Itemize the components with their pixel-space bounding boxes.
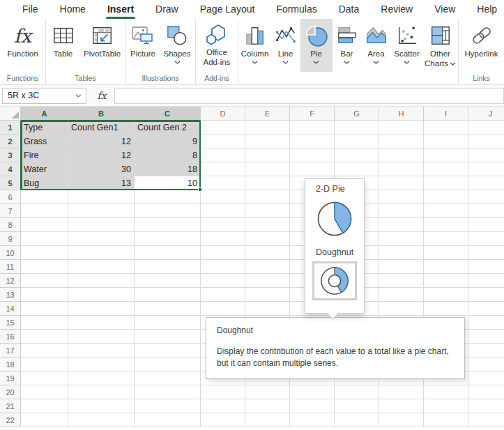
grid-cell-J3[interactable] bbox=[468, 148, 504, 162]
grid-cell-D8[interactable] bbox=[201, 218, 245, 232]
row-header-19[interactable]: 19 bbox=[0, 371, 21, 385]
grid-cell-C9[interactable] bbox=[135, 232, 201, 246]
grid-cell-B7[interactable] bbox=[68, 204, 135, 218]
row-header-11[interactable]: 11 bbox=[0, 260, 21, 274]
grid-cell-A13[interactable] bbox=[21, 288, 68, 302]
grid-cell-I21[interactable] bbox=[424, 399, 468, 413]
grid-cell-H11[interactable] bbox=[379, 260, 424, 274]
grid-cell-B9[interactable] bbox=[68, 232, 135, 246]
tab-file[interactable]: File bbox=[21, 1, 40, 19]
grid-cell-A12[interactable] bbox=[21, 274, 68, 288]
grid-cell-C7[interactable] bbox=[135, 204, 201, 218]
tab-draw[interactable]: Draw bbox=[154, 1, 180, 19]
grid-cell-H3[interactable] bbox=[379, 148, 424, 162]
grid-cell-H4[interactable] bbox=[379, 162, 424, 176]
grid-cell-D2[interactable] bbox=[201, 135, 245, 148]
grid-cell-I6[interactable] bbox=[424, 190, 468, 204]
grid-cell-B21[interactable] bbox=[68, 399, 135, 413]
grid-cell-A3[interactable]: Fire bbox=[21, 148, 68, 162]
tab-home[interactable]: Home bbox=[59, 1, 87, 19]
grid-cell-H8[interactable] bbox=[379, 218, 424, 232]
grid-cell-E12[interactable] bbox=[245, 274, 290, 288]
grid-cell-A5[interactable]: Bug bbox=[21, 176, 68, 190]
grid-cell-C8[interactable] bbox=[135, 218, 201, 232]
grid-cell-A20[interactable] bbox=[21, 385, 68, 399]
grid-cell-B22[interactable] bbox=[68, 413, 135, 427]
row-header-6[interactable]: 6 bbox=[0, 190, 21, 204]
scatter-chart-button[interactable]: Scatter bbox=[391, 19, 423, 72]
grid-cell-A8[interactable] bbox=[21, 218, 68, 232]
column-header-G[interactable]: G bbox=[335, 107, 379, 121]
grid-cell-J12[interactable] bbox=[468, 274, 504, 288]
grid-cell-E5[interactable] bbox=[245, 176, 290, 190]
grid-cell-J1[interactable] bbox=[468, 121, 504, 135]
row-header-15[interactable]: 15 bbox=[0, 316, 21, 330]
column-header-I[interactable]: I bbox=[424, 107, 468, 121]
grid-cell-B6[interactable] bbox=[68, 190, 135, 204]
grid-cell-G4[interactable] bbox=[335, 162, 379, 176]
grid-cell-G22[interactable] bbox=[335, 413, 379, 427]
grid-cell-D9[interactable] bbox=[201, 232, 245, 246]
grid-cell-G2[interactable] bbox=[335, 135, 379, 148]
select-all-corner[interactable] bbox=[0, 107, 21, 121]
grid-cell-J4[interactable] bbox=[468, 162, 504, 176]
tab-review[interactable]: Review bbox=[379, 1, 414, 19]
grid-cell-G20[interactable] bbox=[335, 385, 379, 399]
grid-cell-C17[interactable] bbox=[135, 344, 201, 358]
grid-cell-A14[interactable] bbox=[21, 302, 68, 316]
grid-cell-A6[interactable] bbox=[21, 190, 68, 204]
row-header-2[interactable]: 2 bbox=[0, 135, 21, 148]
grid-cell-A1[interactable]: Type bbox=[21, 121, 68, 135]
grid-cell-I7[interactable] bbox=[424, 204, 468, 218]
grid-cell-D1[interactable] bbox=[201, 121, 245, 135]
grid-cell-J9[interactable] bbox=[468, 232, 504, 246]
grid-cell-A10[interactable] bbox=[21, 246, 68, 260]
column-header-H[interactable]: H bbox=[379, 107, 424, 121]
grid-cell-H9[interactable] bbox=[379, 232, 424, 246]
grid-cell-H12[interactable] bbox=[379, 274, 424, 288]
line-chart-button[interactable]: Line bbox=[271, 19, 300, 72]
grid-cell-D21[interactable] bbox=[201, 399, 245, 413]
grid-cell-I1[interactable] bbox=[424, 121, 468, 135]
grid-cell-E22[interactable] bbox=[245, 413, 290, 427]
row-header-12[interactable]: 12 bbox=[0, 274, 21, 288]
area-chart-button[interactable]: Area bbox=[362, 19, 391, 72]
grid-cell-G21[interactable] bbox=[335, 399, 379, 413]
name-box[interactable]: 5R x 3C bbox=[2, 88, 86, 104]
row-header-8[interactable]: 8 bbox=[0, 218, 21, 232]
grid-cell-H13[interactable] bbox=[379, 288, 424, 302]
column-header-J[interactable]: J bbox=[468, 107, 504, 121]
picture-button[interactable]: Picture bbox=[126, 19, 160, 72]
row-header-9[interactable]: 9 bbox=[0, 232, 21, 246]
grid-cell-I4[interactable] bbox=[424, 162, 468, 176]
grid-cell-H2[interactable] bbox=[379, 135, 424, 148]
grid-cell-I22[interactable] bbox=[424, 413, 468, 427]
grid-cell-B8[interactable] bbox=[68, 218, 135, 232]
grid-cell-H6[interactable] bbox=[379, 190, 424, 204]
grid-cell-C20[interactable] bbox=[135, 385, 201, 399]
grid-cell-A4[interactable]: Water bbox=[21, 162, 68, 176]
grid-cell-J15[interactable] bbox=[468, 316, 504, 330]
grid-cell-J2[interactable] bbox=[468, 135, 504, 148]
row-header-14[interactable]: 14 bbox=[0, 302, 21, 316]
grid-cell-B4[interactable]: 30 bbox=[68, 162, 135, 176]
grid-cell-A17[interactable] bbox=[21, 344, 68, 358]
grid-cell-D5[interactable] bbox=[201, 176, 245, 190]
grid-cell-C12[interactable] bbox=[135, 274, 201, 288]
grid-cell-I2[interactable] bbox=[424, 135, 468, 148]
row-header-17[interactable]: 17 bbox=[0, 344, 21, 358]
grid-cell-D10[interactable] bbox=[201, 246, 245, 260]
grid-cell-J10[interactable] bbox=[468, 246, 504, 260]
bar-chart-button[interactable]: Bar bbox=[333, 19, 362, 72]
row-header-20[interactable]: 20 bbox=[0, 385, 21, 399]
grid-cell-C18[interactable] bbox=[135, 358, 201, 371]
grid-cell-C6[interactable] bbox=[135, 190, 201, 204]
grid-cell-F22[interactable] bbox=[290, 413, 335, 427]
row-header-18[interactable]: 18 bbox=[0, 358, 21, 371]
row-header-4[interactable]: 4 bbox=[0, 162, 21, 176]
grid-cell-J21[interactable] bbox=[468, 399, 504, 413]
grid-cell-C13[interactable] bbox=[135, 288, 201, 302]
grid-cell-B14[interactable] bbox=[68, 302, 135, 316]
grid-cell-G3[interactable] bbox=[335, 148, 379, 162]
grid-cell-B16[interactable] bbox=[68, 330, 135, 344]
